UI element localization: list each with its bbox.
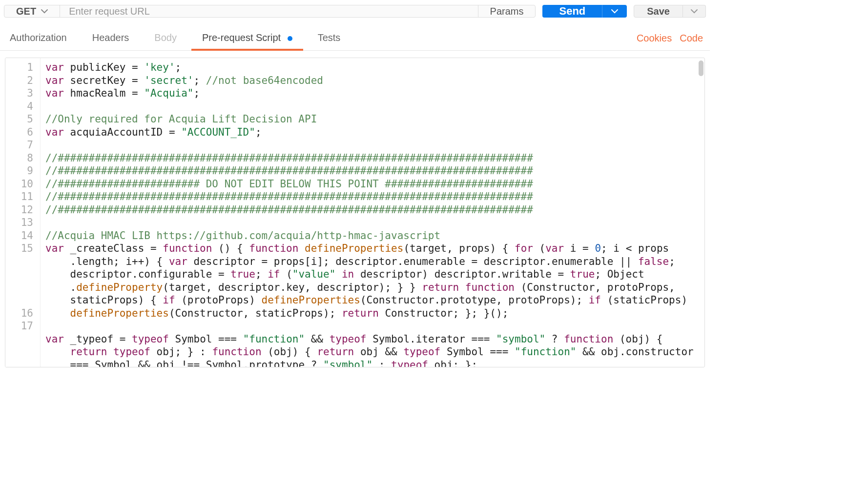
right-links: Cookies Code <box>637 33 706 44</box>
request-url-input[interactable] <box>60 5 477 17</box>
tab-label: Pre-request Script <box>202 32 281 43</box>
http-method-select[interactable]: GET <box>4 5 60 17</box>
tabs-row: Authorization Headers Body Pre-request S… <box>0 26 710 51</box>
tabs: Authorization Headers Body Pre-request S… <box>4 26 341 50</box>
tab-tests[interactable]: Tests <box>317 26 342 50</box>
scrollbar-thumb[interactable] <box>699 60 703 76</box>
request-bar: GET Params Send Save <box>0 0 710 18</box>
method-url-group: GET Params <box>4 5 536 18</box>
save-group: Save <box>634 5 706 18</box>
save-dropdown-button[interactable] <box>683 5 706 18</box>
params-button[interactable]: Params <box>478 5 536 17</box>
editor-wrap: 1234567891011121314151617 var publicKey … <box>5 58 705 367</box>
chevron-down-icon <box>611 8 618 15</box>
chevron-down-icon <box>41 7 48 15</box>
tab-body[interactable]: Body <box>153 26 178 50</box>
cookies-link[interactable]: Cookies <box>637 33 672 44</box>
tab-headers[interactable]: Headers <box>91 26 130 50</box>
code-link[interactable]: Code <box>680 33 703 44</box>
chevron-down-icon <box>691 8 698 15</box>
tab-prerequest-script[interactable]: Pre-request Script <box>201 26 293 50</box>
code-content[interactable]: var publicKey = 'key';var secretKey = 's… <box>41 58 704 367</box>
http-method-label: GET <box>16 6 36 17</box>
send-group: Send <box>542 5 627 18</box>
send-dropdown-button[interactable] <box>602 5 627 18</box>
line-number-gutter: 1234567891011121314151617 <box>5 58 41 367</box>
collapse-panel-icon[interactable] <box>707 149 710 168</box>
modified-dot-icon <box>288 36 292 41</box>
send-button[interactable]: Send <box>542 5 602 18</box>
code-editor[interactable]: 1234567891011121314151617 var publicKey … <box>5 58 705 367</box>
save-button[interactable]: Save <box>634 5 683 18</box>
tab-authorization[interactable]: Authorization <box>9 26 68 50</box>
